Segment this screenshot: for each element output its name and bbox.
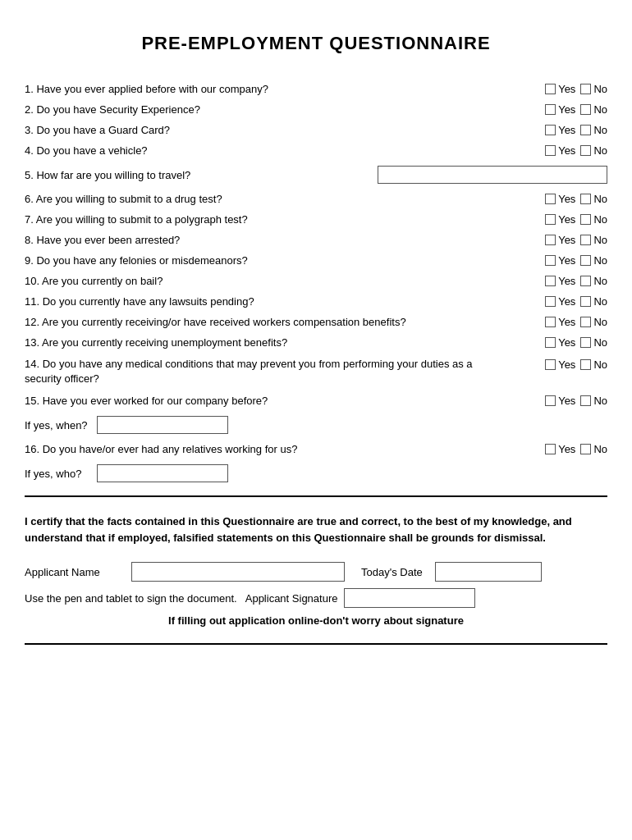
question-10-yes-checkbox[interactable] bbox=[545, 276, 556, 286]
question-row-14: 14. Do you have any medical conditions t… bbox=[25, 353, 607, 390]
question-1-text: 1. Have you ever applied before with our… bbox=[25, 83, 509, 95]
yes-label-2: Yes bbox=[558, 103, 575, 116]
question-12-no-checkbox[interactable] bbox=[580, 317, 591, 327]
question-3-yes-checkbox[interactable] bbox=[545, 125, 556, 135]
question-4-text: 4. Do you have a vehicle? bbox=[25, 144, 509, 157]
no-label-2: No bbox=[593, 103, 607, 116]
applicant-name-input[interactable] bbox=[131, 562, 345, 582]
question-4-no-label[interactable]: No bbox=[580, 144, 607, 157]
question-6-no-checkbox[interactable] bbox=[580, 194, 591, 204]
applicant-signature-input[interactable] bbox=[344, 588, 475, 608]
question-11-yes-checkbox[interactable] bbox=[545, 296, 556, 307]
question-4-yesno: Yes No bbox=[509, 144, 607, 157]
question-13-yes-checkbox[interactable] bbox=[545, 337, 556, 348]
no-label-4: No bbox=[593, 144, 607, 157]
if-yes-who-input[interactable] bbox=[97, 464, 228, 482]
question-15-yes-checkbox[interactable] bbox=[545, 395, 556, 406]
if-yes-when-row: If yes, when? bbox=[25, 411, 607, 439]
question-5-text: 5. How far are you willing to travel? bbox=[25, 169, 371, 181]
question-11-yesno: Yes No bbox=[509, 295, 607, 308]
applicant-signature-label: Applicant Signature bbox=[245, 592, 338, 605]
question-row-7: 7. Are you willing to submit to a polygr… bbox=[25, 209, 607, 230]
question-8-yes-checkbox[interactable] bbox=[545, 235, 556, 245]
question-3-no-label[interactable]: No bbox=[580, 124, 607, 136]
online-note: If filling out application online-don't … bbox=[25, 614, 607, 627]
question-1-yes-label[interactable]: Yes bbox=[545, 83, 575, 95]
question-row-3: 3. Do you have a Guard Card? Yes No bbox=[25, 120, 607, 140]
question-10-text: 10. Are you currently on bail? bbox=[25, 275, 509, 287]
if-yes-who-row: If yes, who? bbox=[25, 459, 607, 487]
todays-date-input[interactable] bbox=[435, 562, 542, 582]
question-15-no-checkbox[interactable] bbox=[580, 395, 591, 406]
question-15-yesno: Yes No bbox=[509, 395, 607, 407]
question-2-yes-checkbox[interactable] bbox=[545, 104, 556, 115]
question-8-no-checkbox[interactable] bbox=[580, 235, 591, 245]
question-7-no-checkbox[interactable] bbox=[580, 214, 591, 225]
if-yes-when-input[interactable] bbox=[97, 416, 228, 434]
pen-instruction: Use the pen and tablet to sign the docum… bbox=[25, 592, 237, 605]
question-6-yes-checkbox[interactable] bbox=[545, 194, 556, 204]
question-2-no-label[interactable]: No bbox=[580, 103, 607, 116]
question-16-yes-checkbox[interactable] bbox=[545, 444, 556, 454]
question-7-yes-checkbox[interactable] bbox=[545, 214, 556, 225]
question-7-yesno: Yes No bbox=[509, 213, 607, 226]
question-1-no-checkbox[interactable] bbox=[580, 84, 591, 94]
question-row-2: 2. Do you have Security Experience? Yes … bbox=[25, 99, 607, 120]
question-16-text: 16. Do you have/or ever had any relative… bbox=[25, 443, 509, 455]
question-9-yes-checkbox[interactable] bbox=[545, 255, 556, 266]
question-row-11: 11. Do you currently have any lawsuits p… bbox=[25, 291, 607, 312]
question-1-no-label[interactable]: No bbox=[580, 83, 607, 95]
question-3-yes-label[interactable]: Yes bbox=[545, 124, 575, 136]
certification-text: I certify that the facts contained in th… bbox=[25, 505, 607, 554]
top-divider bbox=[25, 495, 607, 497]
if-yes-when-label: If yes, when? bbox=[25, 419, 90, 431]
question-11-text: 11. Do you currently have any lawsuits p… bbox=[25, 295, 509, 308]
no-label-1: No bbox=[593, 83, 607, 95]
question-3-yesno: Yes No bbox=[509, 124, 607, 136]
question-2-text: 2. Do you have Security Experience? bbox=[25, 103, 509, 116]
question-14-yes-checkbox[interactable] bbox=[545, 359, 556, 370]
question-row-1: 1. Have you ever applied before with our… bbox=[25, 79, 607, 99]
if-yes-who-label: If yes, who? bbox=[25, 468, 90, 480]
signature-section: Applicant Name Today's Date Use the pen … bbox=[25, 562, 607, 608]
question-row-5: 5. How far are you willing to travel? bbox=[25, 161, 607, 189]
question-1-yes-checkbox[interactable] bbox=[545, 84, 556, 94]
travel-input[interactable] bbox=[378, 166, 607, 184]
question-11-no-checkbox[interactable] bbox=[580, 296, 591, 307]
question-3-no-checkbox[interactable] bbox=[580, 125, 591, 135]
question-row-8: 8. Have you ever been arrested? Yes No bbox=[25, 230, 607, 250]
question-12-yes-checkbox[interactable] bbox=[545, 317, 556, 327]
yes-label-3: Yes bbox=[558, 124, 575, 136]
question-4-no-checkbox[interactable] bbox=[580, 145, 591, 156]
question-row-16: 16. Do you have/or ever had any relative… bbox=[25, 439, 607, 459]
question-2-no-checkbox[interactable] bbox=[580, 104, 591, 115]
question-13-no-checkbox[interactable] bbox=[580, 337, 591, 348]
question-9-no-checkbox[interactable] bbox=[580, 255, 591, 266]
question-15-text: 15. Have you ever worked for our company… bbox=[25, 395, 509, 407]
question-13-text: 13. Are you currently receiving unemploy… bbox=[25, 336, 509, 349]
question-row-12: 12. Are you currently receiving/or have … bbox=[25, 312, 607, 332]
question-4-yes-label[interactable]: Yes bbox=[545, 144, 575, 157]
question-2-yes-label[interactable]: Yes bbox=[545, 103, 575, 116]
question-13-yesno: Yes No bbox=[509, 336, 607, 349]
question-1-yesno: Yes No bbox=[509, 83, 607, 95]
question-14-no-checkbox[interactable] bbox=[580, 359, 591, 370]
question-8-yesno: Yes No bbox=[509, 234, 607, 246]
question-row-6: 6. Are you willing to submit to a drug t… bbox=[25, 189, 607, 209]
question-9-yesno: Yes No bbox=[509, 254, 607, 267]
question-16-no-checkbox[interactable] bbox=[580, 444, 591, 454]
bottom-divider bbox=[25, 643, 607, 645]
question-10-no-checkbox[interactable] bbox=[580, 276, 591, 286]
applicant-name-label: Applicant Name bbox=[25, 566, 131, 578]
yes-label-4: Yes bbox=[558, 144, 575, 157]
question-14-text: 14. Do you have any medical conditions t… bbox=[25, 357, 509, 386]
question-row-15: 15. Have you ever worked for our company… bbox=[25, 390, 607, 411]
question-6-text: 6. Are you willing to submit to a drug t… bbox=[25, 193, 509, 205]
question-4-yes-checkbox[interactable] bbox=[545, 145, 556, 156]
question-12-text: 12. Are you currently receiving/or have … bbox=[25, 316, 509, 328]
question-16-yesno: Yes No bbox=[509, 443, 607, 455]
question-9-text: 9. Do you have any felonies or misdemean… bbox=[25, 254, 509, 267]
question-row-13: 13. Are you currently receiving unemploy… bbox=[25, 332, 607, 353]
todays-date-label: Today's Date bbox=[361, 566, 435, 578]
applicant-sig-row: Use the pen and tablet to sign the docum… bbox=[25, 588, 607, 608]
